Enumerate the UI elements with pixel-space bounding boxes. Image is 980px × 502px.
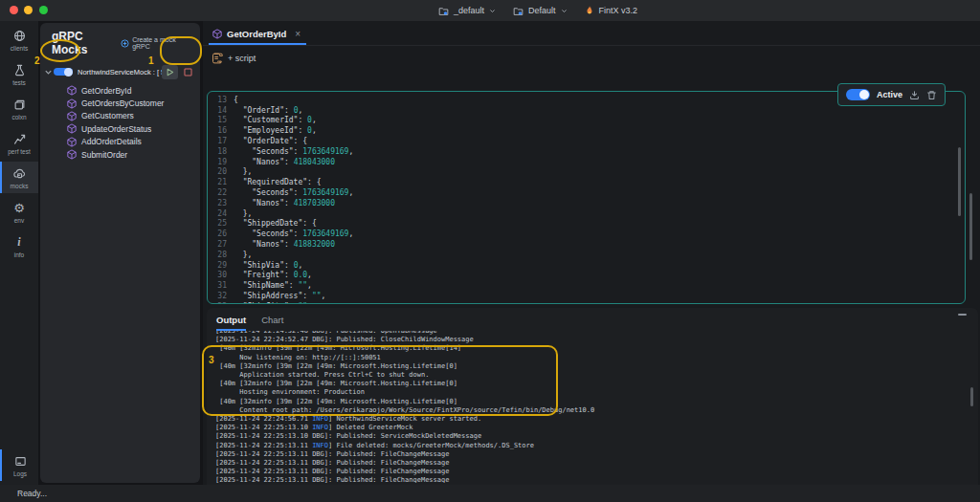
chevron-down-icon[interactable] <box>489 8 496 14</box>
sidebar-item-env[interactable]: ⚙ env <box>0 196 38 228</box>
stop-mock-button[interactable] <box>182 66 194 78</box>
log-line: Content root path: /Users/erikaraojo/Wor… <box>215 406 965 415</box>
sidebar-item-logs[interactable]: Logs <box>0 449 38 481</box>
line-number: 19 <box>208 158 234 168</box>
line-number: 14 <box>208 106 234 117</box>
code-line: 20 }, <box>208 167 965 178</box>
code-line: 24 }, <box>208 209 965 220</box>
info-icon: i <box>17 235 20 250</box>
code-line: 32 "ShipAddress": "", <box>208 292 965 302</box>
log-line: Application started. Press Ctrl+C to shu… <box>215 371 965 380</box>
minimize-panel-icon[interactable] <box>958 314 967 316</box>
line-number: 21 <box>208 178 234 188</box>
code-line: 21 "RequiredDate": { <box>208 178 965 188</box>
mock-method-submitorder[interactable]: SubmitOrder <box>40 148 200 161</box>
log-line: [40m [32minfo [39m [22m [49m: Microsoft.… <box>215 398 965 406</box>
log-line: [2025-11-24 22:24:52.47 DBG]: Published:… <box>215 336 965 344</box>
chevron-down-icon[interactable] <box>43 67 53 76</box>
titlebar: _default Default FintX v3.2 <box>0 0 980 21</box>
log-line: [2025-11-24 22:25:13.10 INFO] Deleted Gr… <box>215 424 965 432</box>
code-line: 14 "OrderId": 0, <box>208 106 965 117</box>
sidebar-item-perf-test[interactable]: perf test <box>0 127 38 159</box>
add-script-button[interactable]: + script <box>203 46 980 70</box>
code-line: 33 "ShipCity": "", <box>208 302 965 304</box>
log-line: [40m [32minfo [39m [22m [49m: Microsoft.… <box>215 380 965 388</box>
panel-title: gRPC Mocks <box>52 30 121 56</box>
line-number: 28 <box>208 251 234 261</box>
line-number: 18 <box>208 147 234 158</box>
traffic-light-zoom-icon[interactable] <box>39 6 48 14</box>
tab-output[interactable]: Output <box>216 315 246 331</box>
main-pane: GetOrderById × + script 12 13 { 14 "Orde… <box>203 21 980 485</box>
code-line: 19 "Nanos": 418043000 <box>208 158 965 168</box>
tab-chart[interactable]: Chart <box>261 315 283 331</box>
delete-icon[interactable] <box>926 90 937 100</box>
code-line: 29 "ShipVia": 0, <box>208 261 965 272</box>
gear-icon: ⚙ <box>13 201 25 215</box>
cube-icon <box>67 149 77 160</box>
mock-method-getorderbyid[interactable]: GetOrderById <box>40 84 200 97</box>
pane-scrollbar[interactable] <box>969 193 972 260</box>
mock-method-getordersbycustomer[interactable]: GetOrdersByCustomer <box>40 97 200 109</box>
code-line: 28 }, <box>208 251 965 261</box>
code-line: 31 "ShipName": "", <box>208 281 965 292</box>
flame-icon <box>585 5 594 16</box>
code-line: 25 "ShippedDate": { <box>208 219 965 229</box>
globe-icon <box>13 29 26 43</box>
code-line: 23 "Nanos": 418703000 <box>208 199 965 209</box>
chevron-down-icon[interactable] <box>561 8 568 14</box>
mock-method-addorderdetails[interactable]: AddOrderDetails <box>40 136 200 148</box>
mock-method-updateorderstatus[interactable]: UpdateOrderStatus <box>40 122 200 135</box>
close-tab-icon[interactable]: × <box>295 29 301 39</box>
code-line: 16 "EmployeeId": 0, <box>208 126 965 137</box>
traffic-light-close-icon[interactable] <box>10 6 18 14</box>
code-line: 27 "Nanos": 418832000 <box>208 240 965 251</box>
line-number: 25 <box>208 219 234 229</box>
service-enabled-toggle[interactable] <box>54 68 73 76</box>
tab-getorderbyid[interactable]: GetOrderById × <box>209 29 306 45</box>
line-number: 31 <box>208 281 234 292</box>
environment-selector[interactable]: Default <box>528 6 556 15</box>
sidebar-item-clients[interactable]: clients <box>0 24 38 55</box>
line-number: 32 <box>208 292 234 302</box>
line-number: 30 <box>208 271 234 281</box>
code-line: 18 "Seconds": 1763649169, <box>208 147 965 158</box>
code-line: 26 "Seconds": 1763649169, <box>208 229 965 240</box>
active-toggle[interactable] <box>846 89 870 100</box>
line-number: 27 <box>208 240 234 251</box>
import-icon[interactable] <box>909 90 920 100</box>
scroll-icon <box>211 52 224 65</box>
sidebar-item-colxn[interactable]: colxn <box>0 93 38 124</box>
log-line: [2025-11-24 22:25:13.11 DBG]: Published:… <box>215 459 965 468</box>
flask-icon <box>13 63 26 77</box>
cube-icon <box>67 85 77 96</box>
create-mock-button[interactable]: Create a mock gRPC <box>121 36 194 50</box>
log-scrollbar[interactable] <box>970 387 973 406</box>
sidebar-item-mocks[interactable]: mocks <box>0 162 38 193</box>
line-number: 23 <box>208 199 234 209</box>
terminal-icon <box>14 454 27 469</box>
output-panel: Output Chart [2025-11-24 22:24:52.46 DBG… <box>207 308 978 485</box>
stop-icon <box>183 67 193 77</box>
sidebar-item-tests[interactable]: tests <box>0 58 38 90</box>
response-editor[interactable]: 12 13 { 14 "OrderId": 0, 15 "CustomerId"… <box>207 91 966 304</box>
service-tree-row[interactable]: NorthwindServiceMock : [ 5005 <box>40 63 200 80</box>
line-number: 26 <box>208 229 234 240</box>
code-line: 30 "Freight": 0.0, <box>208 271 965 281</box>
editor-scrollbar[interactable] <box>958 147 961 216</box>
line-number: 24 <box>208 209 234 220</box>
mock-method-getcustomers[interactable]: GetCustomers <box>40 110 200 122</box>
mocks-panel: gRPC Mocks Create a mock gRPC NorthwindS… <box>40 23 200 483</box>
start-mock-button[interactable] <box>162 65 178 79</box>
traffic-light-minimize-icon[interactable] <box>24 6 33 14</box>
active-control: Active <box>837 83 946 106</box>
status-text: Ready... <box>17 489 47 498</box>
tab-bar: GetOrderById × <box>203 21 980 46</box>
workspace-selector[interactable]: _default <box>454 6 484 15</box>
code-line: 17 "OrderDate": { <box>208 137 965 147</box>
sidebar-rail: clients tests colxn perf test mocks ⚙ en… <box>0 21 38 485</box>
log-line: [2025-11-24 22:25:13.10 DBG]: Published:… <box>215 432 965 441</box>
log-view[interactable]: [2025-11-24 22:24:52.46 DBG]: Published:… <box>215 331 965 483</box>
sidebar-item-info[interactable]: i info <box>0 230 38 262</box>
workspace-folder-icon <box>438 6 449 16</box>
